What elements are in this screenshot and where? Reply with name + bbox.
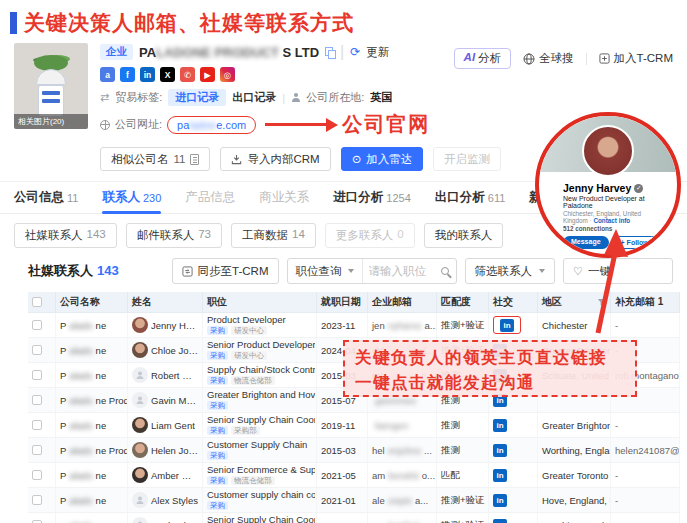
x-twitter-icon[interactable]: X: [160, 67, 175, 82]
filter-icon[interactable]: [597, 298, 606, 307]
row-checkbox-cell[interactable]: [28, 363, 56, 387]
company-cell[interactable]: Paladоne: [56, 363, 128, 387]
search-icon[interactable]: [441, 267, 449, 275]
section-count: 143: [97, 263, 119, 278]
row-checkbox-cell[interactable]: [28, 463, 56, 487]
social-cell[interactable]: in: [489, 463, 538, 487]
copy-icon[interactable]: [325, 47, 334, 57]
trade-label: 贸易标签:: [115, 90, 162, 105]
linkedin-icon[interactable]: in: [493, 494, 507, 507]
join-tcrm-button[interactable]: 加入T-CRM: [599, 51, 673, 66]
youtube-icon[interactable]: ▶: [200, 67, 215, 82]
table-row: PaladоneAmber WhittySenior Ecommerce & S…: [28, 463, 680, 488]
contact-info-link[interactable]: Contact info: [593, 217, 630, 224]
contact-name-cell[interactable]: Gavin Meeks: [128, 388, 203, 412]
sync-tcrm-button[interactable]: 同步至T-CRM: [172, 258, 279, 284]
linkedin-icon[interactable]: in: [493, 419, 507, 432]
company-cell[interactable]: Paladоne: [56, 338, 128, 362]
company-cell[interactable]: Paladоne: [56, 313, 128, 337]
dept-tag: 研发中心: [231, 326, 267, 335]
row-checkbox-cell[interactable]: [28, 438, 56, 462]
subtab-工商数据[interactable]: 工商数据14: [231, 223, 316, 248]
extra-email-cell: -: [611, 488, 680, 512]
region-cell: Worthing, England,...: [538, 438, 611, 462]
linkedin-icon[interactable]: in: [140, 67, 155, 82]
import-crm-button[interactable]: 导入内部CRM: [220, 147, 330, 171]
contact-name-cell[interactable]: Helen Johnstone: [128, 438, 203, 462]
social-cell[interactable]: in: [489, 513, 538, 523]
message-button[interactable]: Message: [563, 236, 609, 249]
contact-name-cell[interactable]: Amber Whitty: [128, 463, 203, 487]
similar-company-button[interactable]: 相似公司名11: [100, 147, 210, 171]
subtab-社媒联系人[interactable]: 社媒联系人143: [14, 223, 117, 248]
match-level-cell: 匹配: [437, 463, 489, 487]
contact-name-cell[interactable]: Chloe Jones: [128, 338, 203, 362]
website-link[interactable]: paladone.com: [167, 116, 256, 134]
tab-联系人[interactable]: 联系人230: [102, 182, 161, 213]
company-photo[interactable]: 相关图片(20): [14, 43, 88, 129]
contact-name-cell[interactable]: Alex Styles: [128, 488, 203, 512]
job-search-input[interactable]: [363, 265, 441, 277]
tab-商业关系[interactable]: 商业关系: [259, 182, 309, 213]
row-checkbox-cell[interactable]: [28, 313, 56, 337]
social-cell[interactable]: in: [489, 438, 538, 462]
extra-email-cell: -: [611, 413, 680, 437]
contact-name-cell[interactable]: Robert Monta...: [128, 363, 203, 387]
row-checkbox: [32, 370, 42, 380]
linkedin-icon[interactable]: in: [493, 469, 507, 482]
social-cell[interactable]: in: [489, 413, 538, 437]
contact-name-cell[interactable]: Liam Gent: [128, 413, 203, 437]
contact-name-cell[interactable]: Jenny Harvey: [128, 313, 203, 337]
linkedin-icon[interactable]: in: [500, 319, 514, 332]
row-checkbox-cell[interactable]: [28, 488, 56, 512]
header-checkbox-cell[interactable]: [28, 292, 56, 312]
filter-contacts-dropdown[interactable]: 筛选联系人: [465, 258, 556, 284]
one-click-button[interactable]: ♡ 一键: [563, 258, 673, 284]
add-radar-button[interactable]: ⊙ 加入雷达: [341, 147, 424, 171]
refresh-icon[interactable]: ⟳: [350, 45, 360, 59]
subtab-更多联系人[interactable]: 更多联系人0: [325, 223, 415, 248]
subtab-邮件联系人[interactable]: 邮件联系人73: [126, 223, 222, 248]
facebook-icon[interactable]: f: [120, 67, 135, 82]
dept-tag: 采购部: [231, 426, 260, 435]
job-query-dropdown[interactable]: 职位查询: [288, 259, 363, 283]
company-cell[interactable]: Paladоne: [56, 513, 128, 523]
linkedin-icon[interactable]: in: [493, 519, 507, 523]
tab-公司信息[interactable]: 公司信息11: [14, 182, 78, 213]
export-record-tag[interactable]: 出口记录: [232, 90, 276, 105]
job-title-cell: Senior Supply Chain Coordinator采购采购部: [203, 413, 317, 437]
avatar: [132, 492, 148, 508]
social-cell[interactable]: in: [489, 488, 538, 512]
row-checkbox-cell[interactable]: [28, 388, 56, 412]
match-level-cell: 推测+验证: [437, 313, 489, 337]
title-accent-bar: [10, 12, 17, 34]
import-record-tag[interactable]: 进口记录: [168, 89, 226, 106]
row-checkbox-cell[interactable]: [28, 513, 56, 523]
update-button[interactable]: 更新: [366, 45, 389, 60]
company-cell[interactable]: Paladоne: [56, 413, 128, 437]
subtab-我的联系人[interactable]: 我的联系人: [424, 223, 504, 248]
company-cell[interactable]: Paladоne Produc...: [56, 388, 128, 412]
amazon-icon[interactable]: a: [100, 67, 115, 82]
ai-analysis-button[interactable]: AI分析: [454, 48, 512, 69]
avatar: [132, 467, 148, 483]
instagram-icon[interactable]: ◎: [220, 67, 235, 82]
phone-icon[interactable]: ✆: [180, 67, 195, 82]
tab-产品信息[interactable]: 产品信息: [185, 182, 235, 213]
row-checkbox-cell[interactable]: [28, 338, 56, 362]
monitor-button[interactable]: 开启监测: [433, 147, 501, 171]
tab-出口分析[interactable]: 出口分析611: [435, 182, 506, 213]
company-cell[interactable]: Paladоne Produc...: [56, 438, 128, 462]
row-checkbox: [32, 345, 42, 355]
person-icon: [135, 495, 145, 505]
contact-name-cell[interactable]: Rachael Kelly: [128, 513, 203, 523]
tab-进口分析[interactable]: 进口分析1254: [333, 182, 410, 213]
social-cell[interactable]: in: [489, 313, 538, 337]
company-cell[interactable]: Paladоne: [56, 463, 128, 487]
linkedin-icon[interactable]: in: [493, 444, 507, 457]
company-cell[interactable]: Paladоne: [56, 488, 128, 512]
dept-tag: 物流仓储部: [231, 476, 275, 485]
global-search-button[interactable]: 全球搜: [523, 51, 574, 66]
contacts-toolbar: 社媒联系人143 同步至T-CRM 职位查询 筛选联系人 ♡ 一键: [0, 250, 687, 291]
row-checkbox-cell[interactable]: [28, 413, 56, 437]
